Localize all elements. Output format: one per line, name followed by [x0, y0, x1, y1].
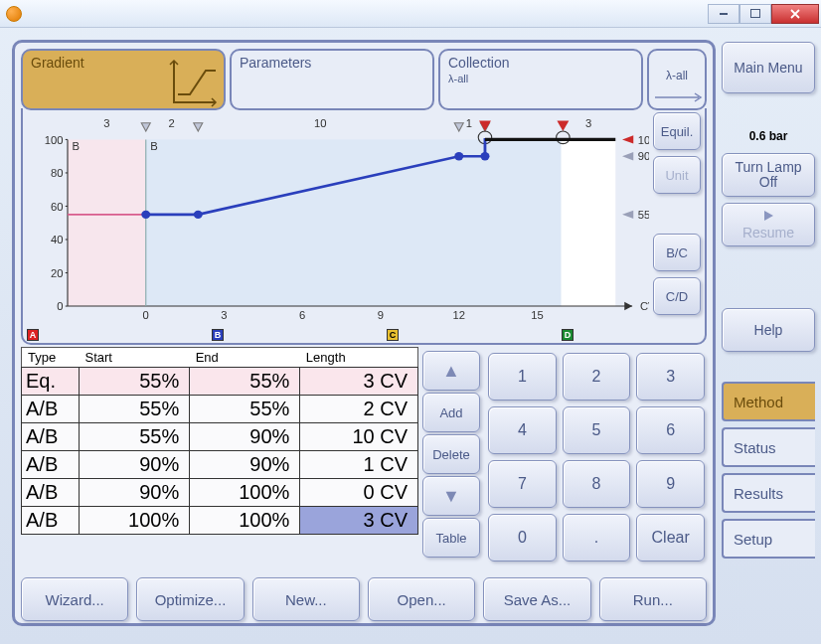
svg-text:80: 80 — [51, 168, 64, 180]
col-type: Type — [22, 348, 80, 368]
new-button[interactable]: New... — [252, 577, 360, 621]
svg-text:3: 3 — [221, 309, 227, 321]
cell-end: 55% — [190, 368, 300, 396]
numeric-keypad: 1234567890.Clear — [484, 347, 707, 567]
main-menu-button[interactable]: Main Menu — [722, 42, 815, 93]
nav-results[interactable]: Results — [722, 473, 815, 513]
delete-row-button[interactable]: Delete — [422, 434, 480, 474]
cell-type: A/B — [22, 451, 80, 479]
main-frame: Gradient Parameters Collection λ-all λ-a… — [12, 40, 716, 626]
cell-start: 55% — [80, 423, 190, 451]
pressure-readout: 0.6 bar — [722, 125, 815, 147]
lamp-toggle-button[interactable]: Turn Lamp Off — [722, 153, 815, 197]
key-9[interactable]: 9 — [636, 460, 705, 508]
col-length: Length — [300, 348, 418, 368]
title-bar — [0, 0, 821, 28]
gradient-chart[interactable]: 3 2 10 1 3 — [23, 108, 649, 327]
key-5[interactable]: 5 — [563, 406, 631, 454]
svg-text:60: 60 — [51, 201, 64, 213]
cell-start: 90% — [80, 479, 190, 507]
cell-start: 55% — [80, 368, 190, 396]
table-row[interactable]: A/B55%55%2 CV — [22, 396, 418, 423]
key-0[interactable]: 0 — [488, 514, 557, 562]
key-8[interactable]: 8 — [563, 460, 631, 508]
col-start: Start — [80, 348, 190, 368]
table-toggle-button[interactable]: Table — [422, 518, 480, 558]
cell-end: 100% — [190, 507, 300, 535]
optimize-button[interactable]: Optimize... — [136, 577, 244, 621]
svg-text:B: B — [150, 140, 158, 152]
app-icon — [6, 6, 22, 22]
equil-button[interactable]: Equil. — [653, 112, 701, 150]
col-end: End — [190, 348, 300, 368]
nav-method[interactable]: Method — [722, 382, 815, 421]
cell-type: A/B — [22, 479, 80, 507]
table-row[interactable]: A/B90%100%0 CV — [22, 479, 418, 507]
table-row[interactable]: Eq.55%55%3 CV — [22, 368, 418, 396]
seg-label: 10 — [314, 117, 327, 129]
tab-parameters[interactable]: Parameters — [230, 49, 434, 110]
cell-end: 90% — [190, 423, 300, 451]
tab-gradient[interactable]: Gradient — [21, 49, 226, 110]
cell-start: 100% — [80, 507, 190, 535]
cell-length: 10 CV — [300, 423, 418, 451]
open-button[interactable]: Open... — [368, 577, 475, 621]
bc-button[interactable]: B/C — [653, 234, 701, 271]
svg-text:90%: 90% — [638, 151, 649, 163]
y-axis-label: B — [73, 140, 81, 152]
maximize-button[interactable] — [739, 4, 771, 24]
seg-label: 1 — [466, 117, 472, 129]
help-button[interactable]: Help — [722, 308, 815, 352]
tab-lambda[interactable]: λ-all — [647, 49, 707, 110]
cell-type: Eq. — [22, 368, 80, 396]
tab-lambda-label: λ-all — [657, 69, 697, 82]
svg-text:6: 6 — [299, 309, 305, 321]
right-panel: Main Menu 0.6 bar Turn Lamp Off Resume H… — [722, 42, 815, 626]
table-row[interactable]: A/B55%90%10 CV — [22, 423, 418, 451]
table-row[interactable]: A/B90%90%1 CV — [22, 451, 418, 479]
key-[interactable]: . — [563, 514, 631, 562]
add-row-button[interactable]: Add — [422, 393, 480, 432]
cell-type: A/B — [22, 507, 80, 535]
gradient-table[interactable]: Type Start End Length Eq.55%55%3 CVA/B55… — [21, 347, 418, 535]
nav-setup[interactable]: Setup — [722, 519, 815, 559]
key-6[interactable]: 6 — [636, 406, 705, 454]
tab-parameters-label: Parameters — [240, 55, 424, 71]
table-row[interactable]: A/B100%100%3 CV — [22, 507, 418, 535]
arrow-right-icon — [653, 90, 705, 104]
svg-text:15: 15 — [531, 309, 544, 321]
cell-length: 0 CV — [300, 479, 418, 507]
minimize-button[interactable] — [708, 4, 739, 24]
key-2[interactable]: 2 — [563, 353, 631, 401]
wizard-button[interactable]: Wizard... — [21, 577, 128, 621]
key-3[interactable]: 3 — [636, 353, 705, 401]
save-as-button[interactable]: Save As... — [483, 577, 590, 621]
cd-button[interactable]: C/D — [653, 277, 701, 315]
key-1[interactable]: 1 — [488, 353, 557, 401]
tab-collection[interactable]: Collection λ-all — [438, 49, 643, 110]
cell-type: A/B — [22, 396, 80, 423]
svg-rect-2 — [562, 139, 616, 306]
row-up-button[interactable]: ▲ — [422, 351, 480, 391]
key-7[interactable]: 7 — [488, 460, 557, 508]
cell-start: 55% — [80, 396, 190, 423]
cell-length: 3 CV — [300, 368, 418, 396]
window-buttons — [708, 4, 819, 24]
seg-label: 3 — [585, 117, 591, 129]
resume-button[interactable]: Resume — [722, 203, 815, 246]
svg-text:9: 9 — [378, 309, 384, 321]
key-4[interactable]: 4 — [488, 406, 557, 454]
nav-status[interactable]: Status — [722, 427, 815, 467]
x-axis-label: CV — [640, 301, 649, 313]
svg-text:12: 12 — [452, 309, 465, 321]
svg-text:100%: 100% — [638, 134, 649, 146]
run-button[interactable]: Run... — [599, 577, 707, 621]
row-down-button[interactable]: ▼ — [422, 476, 480, 516]
svg-text:0: 0 — [143, 309, 149, 321]
cell-end: 55% — [190, 396, 300, 423]
unit-button[interactable]: Unit — [653, 156, 701, 194]
close-button[interactable] — [771, 4, 819, 24]
svg-point-30 — [194, 211, 203, 219]
key-clear[interactable]: Clear — [636, 514, 705, 562]
svg-text:100: 100 — [45, 134, 64, 146]
